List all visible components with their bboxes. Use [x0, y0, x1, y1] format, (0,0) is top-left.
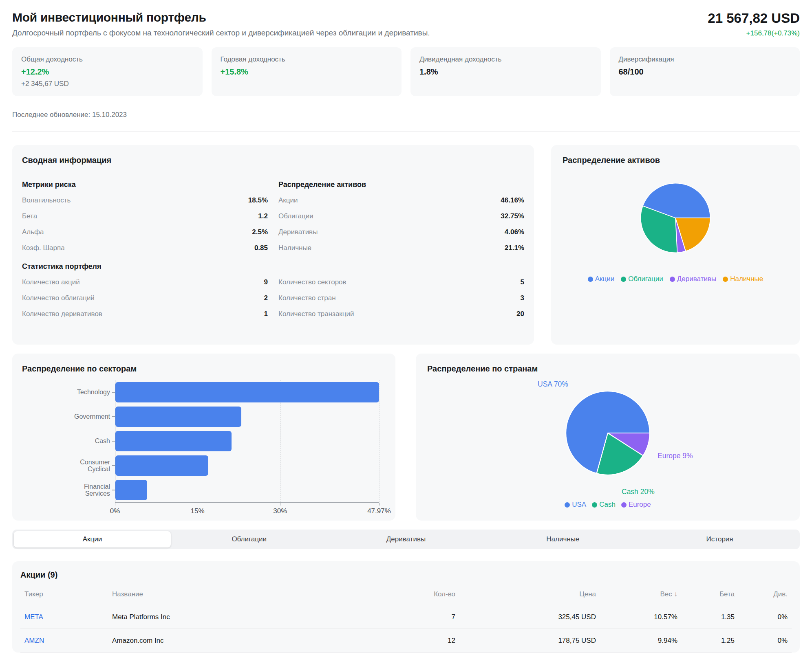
tab-bonds[interactable]: Облигации	[171, 531, 328, 547]
cell-beta: 1.25	[682, 629, 739, 653]
summary-row: Количество секторов5	[278, 274, 524, 290]
ticker-link[interactable]: AMZN	[24, 637, 44, 644]
row-label: Коэф. Шарпа	[22, 244, 65, 252]
bar-category-label: Consumer Cyclical	[66, 459, 110, 473]
asset-allocation-card: Распределение активов АкцииОблигацииДери…	[551, 145, 800, 345]
axis-tick-label: 15%	[191, 507, 205, 515]
col-header-name[interactable]: Название	[108, 585, 392, 605]
cell-beta: 1.35	[682, 605, 739, 629]
legend-label: Наличные	[730, 275, 763, 283]
sectors-card: Распределение по секторам TechnologyGove…	[12, 354, 395, 521]
bar-Financial Services	[115, 480, 147, 500]
col-header-ticker[interactable]: Тикер	[20, 585, 108, 605]
ticker-link[interactable]: META	[24, 613, 43, 621]
legend-dot-icon	[723, 277, 728, 282]
asset-allocation-title: Распределение активов	[563, 156, 788, 165]
stat-cards-row: Общая доходность +12.2% +2 345,67 USD Го…	[12, 47, 800, 96]
row-label: Акции	[278, 196, 298, 204]
legend-label: Облигации	[628, 275, 663, 283]
summary-row: Бета1.2	[22, 208, 268, 224]
col-header-price[interactable]: Цена	[459, 585, 600, 605]
bar-category: Technology	[22, 380, 115, 404]
bar-band	[115, 404, 379, 429]
pie-chart	[640, 182, 711, 254]
legend-dot-icon	[565, 502, 570, 508]
col-header-beta[interactable]: Бета	[682, 585, 739, 605]
row-value: 46.16%	[501, 196, 524, 204]
bar-category-label: Technology	[77, 389, 110, 396]
last-updated: Последнее обновление: 15.10.2023	[12, 111, 800, 119]
stat-card-dividend-yield: Дивидендная доходность 1.8%	[410, 47, 601, 96]
col-header-weight[interactable]: Вес ↓	[600, 585, 682, 605]
category-tick	[112, 392, 115, 393]
axis-tick	[379, 503, 380, 506]
stat-value: 68/100	[619, 67, 791, 77]
row-label: Наличные	[278, 244, 311, 252]
sort-desc-icon: ↓	[674, 590, 678, 598]
row-value: 0.85	[254, 244, 268, 252]
row-value: 9	[264, 278, 268, 286]
bar-Consumer Cyclical	[115, 455, 208, 476]
row-value: 5	[521, 278, 524, 286]
summary-row: Количество транзакций20	[278, 306, 524, 322]
legend-dot-icon	[588, 277, 593, 282]
table-row[interactable]: META Meta Platforms Inc 7 325,45 USD 10.…	[20, 605, 792, 629]
tab-history[interactable]: История	[641, 531, 798, 547]
summary-row: Количество стран3	[278, 290, 524, 306]
row-value: 2.5%	[252, 228, 268, 236]
stat-label: Годовая доходность	[221, 55, 393, 64]
cell-qty: 7	[392, 605, 459, 629]
legend-item-USA: USA	[565, 501, 586, 509]
tab-stocks[interactable]: Акции	[14, 531, 171, 547]
stat-value: 1.8%	[419, 67, 592, 77]
axis-tick	[115, 503, 115, 506]
bar-Technology	[115, 382, 379, 402]
legend-item-Наличные: Наличные	[723, 275, 763, 283]
col-header-div[interactable]: Див.	[739, 585, 792, 605]
legend-label: USA	[572, 501, 586, 509]
stat-card-diversification: Диверсификация 68/100	[610, 47, 800, 96]
row-value: 1	[264, 310, 268, 318]
bar-band	[115, 478, 379, 502]
cell-name: Amazon.com Inc	[108, 629, 392, 653]
stat-label: Общая доходность	[21, 55, 194, 64]
asset-type-tabs: Акции Облигации Деривативы Наличные Исто…	[12, 530, 800, 549]
bar-band	[115, 429, 379, 453]
legend-dot-icon	[670, 277, 675, 282]
axis-tick-label: 30%	[273, 507, 287, 515]
summary-row: Коэф. Шарпа0.85	[22, 240, 268, 256]
tab-cash[interactable]: Наличные	[484, 531, 641, 547]
summary-row: Деривативы4.06%	[278, 224, 524, 240]
table-row[interactable]: AMZN Amazon.com Inc 12 178,75 USD 9.94% …	[20, 629, 792, 653]
tab-derivatives[interactable]: Деривативы	[328, 531, 485, 547]
col-header-qty[interactable]: Кол-во	[392, 585, 459, 605]
axis-tick-label: 0%	[110, 507, 120, 515]
bar-band	[115, 453, 379, 478]
bar-category-label: Government	[74, 413, 110, 420]
row-summary: Сводная информация Метрики риска Распред…	[12, 145, 800, 345]
stat-label: Дивидендная доходность	[419, 55, 592, 64]
countries-title: Распределение по странам	[427, 364, 788, 374]
stat-value: +12.2%	[21, 67, 194, 77]
sectors-bar-chart: TechnologyGovernmentCashConsumer Cyclica…	[22, 380, 386, 517]
cell-price: 325,45 USD	[459, 605, 600, 629]
legend-dot-icon	[621, 277, 626, 282]
row-value: 20	[516, 310, 524, 318]
row-value: 3	[521, 294, 524, 302]
legend-item-Облигации: Облигации	[621, 275, 663, 283]
row-label: Облигации	[278, 212, 313, 220]
stat-card-annual-return: Годовая доходность +15.8%	[212, 47, 402, 96]
row-label: Количество деривативов	[22, 310, 102, 318]
bar-plot-area	[115, 380, 379, 503]
stat-label: Диверсификация	[619, 55, 791, 64]
legend-item-Cash: Cash	[592, 501, 616, 509]
bar-band	[115, 380, 379, 404]
summary-grid: Метрики риска Распределение активов Вола…	[22, 174, 524, 322]
row-label: Количество транзакций	[278, 310, 354, 318]
cell-qty: 12	[392, 629, 459, 653]
legend-label: Акции	[595, 275, 615, 283]
stat-value: +15.8%	[221, 67, 393, 77]
cell-div: 0%	[739, 605, 792, 629]
countries-legend: USACashEurope	[427, 501, 788, 509]
axis-tick	[280, 503, 280, 506]
